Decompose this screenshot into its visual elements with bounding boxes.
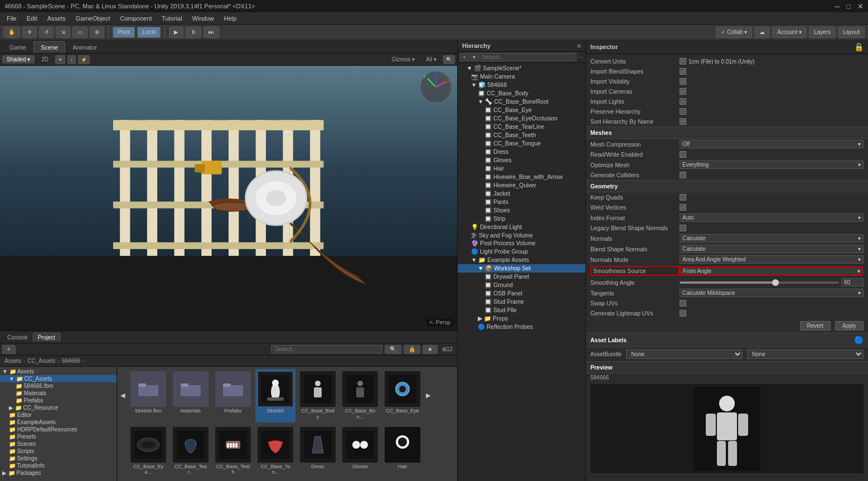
hier-ccbasetongue[interactable]: 🔲 CC_Base_Tongue <box>458 139 585 148</box>
cb-import-visibility[interactable]: ✓ <box>680 78 686 85</box>
dd-mesh-compression[interactable]: Off▾ <box>680 140 864 148</box>
hier-example-assets[interactable]: ▼ 📁 Example Assets <box>458 256 585 264</box>
all-dropdown[interactable]: All ▾ <box>421 55 441 64</box>
scene-search[interactable]: 🔍 <box>443 55 455 64</box>
tab-game[interactable]: Game <box>2 41 33 53</box>
apply-button[interactable]: Apply <box>835 321 864 331</box>
hier-ccbaseeye[interactable]: 🔲 CC_Base_Eye <box>458 106 585 114</box>
hier-dress[interactable]: 🔲 Dress <box>458 148 585 156</box>
pause-button[interactable]: ⏸ <box>186 27 201 38</box>
file-item-ccbaseeye[interactable]: CC_Base_Eye <box>382 369 423 422</box>
dd-optimize-mesh[interactable]: Everything▾ <box>680 161 864 169</box>
close-btn[interactable]: ✕ <box>857 2 864 11</box>
star-btn[interactable]: ★ <box>423 345 438 354</box>
tree-scenes[interactable]: 📁 Scenes <box>0 440 117 448</box>
file-item-ccbasetear[interactable]: CC_Base_Tear... <box>171 425 211 478</box>
file-item-ccbaseeyedot[interactable]: CC_Base_Eye... <box>128 425 168 478</box>
hier-post-process[interactable]: 🔮 Post Process Volume <box>458 239 585 247</box>
hier-pants[interactable]: 🔲 Pants <box>458 198 585 206</box>
file-item-584666[interactable]: 584666 <box>255 369 295 422</box>
step-button[interactable]: ⏭ <box>203 27 219 38</box>
tree-cc-resource[interactable]: ▶ 📁 CC_Resource <box>0 404 117 411</box>
scale-tool[interactable]: ⇲ <box>56 27 70 38</box>
hier-hair[interactable]: 🔲 Hair <box>458 164 585 173</box>
tree-example-assets[interactable]: 📁 ExampleAssets <box>0 419 117 426</box>
hier-hivewire-quiver[interactable]: 🔲 Hivewire_Quiver <box>458 181 585 190</box>
file-item-584666fbm[interactable]: 584666.fbm <box>128 369 168 422</box>
cb-keep-quads[interactable] <box>680 194 686 201</box>
cloud-button[interactable]: ☁ <box>754 27 770 38</box>
shaded-dropdown[interactable]: Shaded ▾ <box>2 55 35 64</box>
scroll-left-btn[interactable]: ◀ <box>119 369 126 422</box>
fx-toggle[interactable]: ⚡ <box>78 55 90 64</box>
tree-settings[interactable]: 📁 Settings <box>0 455 117 462</box>
hier-strip[interactable]: 🔲 Strip <box>458 215 585 223</box>
revert-button[interactable]: Revert <box>800 321 831 331</box>
tab-scene[interactable]: Scene <box>33 41 65 53</box>
hier-ccbasetearline[interactable]: 🔲 CC_Base_TearLine <box>458 123 585 131</box>
cb-convert-units[interactable]: ✓ <box>680 58 686 65</box>
asset-bundle-select2[interactable]: None <box>747 349 864 359</box>
cb-preserve-hierarchy[interactable] <box>680 108 686 115</box>
file-item-ccbaseteeth[interactable]: CC_Base_Teeth <box>213 425 253 478</box>
layers-button[interactable]: Layers <box>809 27 836 38</box>
hier-workshop-set[interactable]: ▼ 📦 Workshop Set <box>458 264 585 273</box>
cb-legacy-blend[interactable] <box>680 225 686 231</box>
dd-normals[interactable]: Calculate▾ <box>680 234 864 242</box>
hier-shoes[interactable]: 🔲 Shoes <box>458 206 585 215</box>
menu-assets[interactable]: Assets <box>43 14 70 23</box>
hier-ccbasebody[interactable]: 🔲 CC_Base_Body <box>458 89 585 98</box>
rotate-tool[interactable]: ↺ <box>39 27 54 38</box>
menu-file[interactable]: File <box>2 14 21 23</box>
hier-directional-light[interactable]: 💡 Directional Light <box>458 223 585 231</box>
menu-window[interactable]: Window <box>188 14 219 23</box>
transform-tool[interactable]: ⊕ <box>90 27 104 38</box>
tab-animator[interactable]: Animator <box>65 41 104 53</box>
hand-tool[interactable]: ✋ <box>3 27 20 38</box>
file-item-dress[interactable]: Dress <box>298 425 338 478</box>
cb-weld-vertices[interactable]: ✓ <box>680 204 686 211</box>
layout-button[interactable]: Layout <box>838 27 865 38</box>
tree-prefabs[interactable]: 📁 Prefabs <box>0 397 117 404</box>
dd-normals-mode[interactable]: Area And Angle Weighted▾ <box>680 255 864 264</box>
cb-generate-lightmap[interactable] <box>680 310 686 317</box>
menu-gameobject[interactable]: GameObject <box>71 14 115 23</box>
hier-584666[interactable]: ▼ 🧊 584666 <box>458 81 585 89</box>
hierarchy-menu[interactable]: ≡ <box>578 42 581 49</box>
hier-hivewire-bow[interactable]: 🔲 Hivewire_Bow_with_Arrow <box>458 173 585 181</box>
tree-packages[interactable]: ▶ 📁 Packages <box>0 469 117 477</box>
hier-ccbaseeyeocc[interactable]: 🔲 CC_Base_EyeOcclusion <box>458 114 585 123</box>
add-asset-button[interactable]: + <box>2 345 16 354</box>
breadcrumb-cc-assets[interactable]: CC_Assets <box>27 358 55 364</box>
tree-scripts[interactable]: 📁 Scripts <box>0 448 117 455</box>
hier-gloves[interactable]: 🔲 Gloves <box>458 156 585 164</box>
lock-btn[interactable]: 🔒 <box>404 345 420 354</box>
tab-console[interactable]: Console <box>2 333 33 342</box>
2d-toggle[interactable]: 2D <box>37 55 53 64</box>
smoothing-angle-input[interactable] <box>841 278 864 286</box>
hier-sky-fog[interactable]: 🌫 Sky and Fog Volume <box>458 231 585 239</box>
pivot-button[interactable]: Pivot <box>113 27 135 38</box>
axis-gizmo[interactable]: X Y Z <box>419 70 453 104</box>
cb-import-cameras[interactable]: ✓ <box>680 88 686 95</box>
dd-smoothness-source[interactable]: From Angle▾ <box>680 266 864 276</box>
inspector-lock[interactable]: 🔒 <box>854 42 864 51</box>
hier-samplescene[interactable]: ▼ 🎬 SampleScene* <box>458 64 585 72</box>
breadcrumb-assets[interactable]: Assets <box>4 358 21 364</box>
hier-osb-panel[interactable]: 🔲 OSB Panel <box>458 289 585 298</box>
dd-blend-normals[interactable]: Calculate▾ <box>680 245 864 253</box>
menu-tutorial[interactable]: Tutorial <box>157 14 186 23</box>
search-icon-btn[interactable]: 🔍 <box>385 345 401 354</box>
slider-smoothing[interactable] <box>680 278 864 286</box>
file-item-gloves[interactable]: Gloves <box>340 425 380 478</box>
hier-ground[interactable]: 🔲 Ground <box>458 281 585 289</box>
cb-import-lights[interactable]: ✓ <box>680 98 686 105</box>
tree-tutorial[interactable]: 📁 TutorialInfo <box>0 462 117 469</box>
hier-reflection-probes[interactable]: 🔵 Reflection Probes <box>458 323 585 331</box>
project-search[interactable] <box>271 345 382 353</box>
hier-stud-frame[interactable]: 🔲 Stud Frame <box>458 298 585 306</box>
lighting-toggle[interactable]: ☀ <box>55 55 65 64</box>
hier-jacket[interactable]: 🔲 Jacket <box>458 190 585 198</box>
play-button[interactable]: ▶ <box>169 27 183 38</box>
file-item-materials[interactable]: Materials <box>171 369 211 422</box>
